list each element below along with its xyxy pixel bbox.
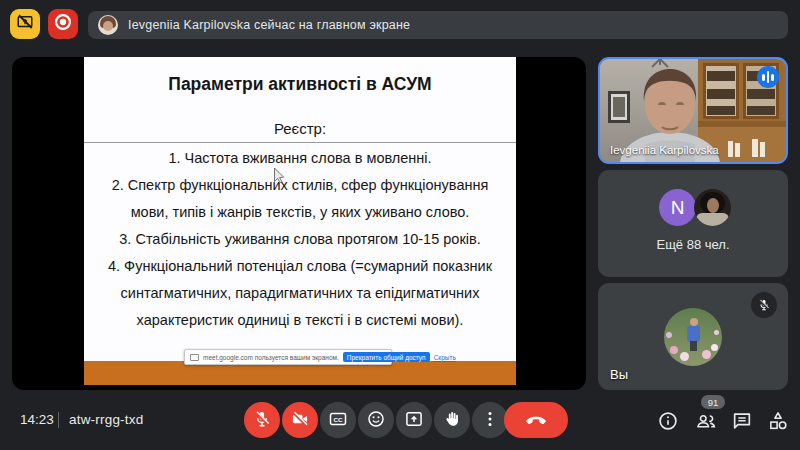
cursor-icon [273,167,286,188]
slide-list: 1. Частота вживання слова в мовленні. 2.… [105,145,495,334]
camera-off-icon [290,409,310,432]
presenter-avatar [98,15,118,35]
shared-screen-stage: Параметри активності в АСУМ Реєстр: 1. Ч… [12,57,586,390]
raise-hand-button[interactable] [434,402,470,438]
video-tile-presenter[interactable]: Ievgeniia Karpilovska [598,57,788,164]
hide-share-bar-link[interactable]: Скрыть [434,354,456,361]
recording-chip [48,9,78,39]
emoji-icon [366,409,386,432]
speaking-indicator-icon [757,66,779,88]
slide-list-item: 3. Стабільність уживання слова протягом … [105,226,495,253]
mic-toggle-button[interactable] [244,402,280,438]
video-tile-self[interactable]: Вы [598,283,788,390]
screen-share-icon [190,354,199,361]
activities-button[interactable] [766,410,790,434]
clock-time: 14:23 [20,412,54,427]
participant-photo-avatar [694,189,731,226]
participants-button[interactable] [694,410,718,434]
end-call-button[interactable] [504,402,568,438]
info-button[interactable] [656,410,680,434]
participant-initial-avatar: N [659,189,696,226]
slide-divider [84,142,516,143]
chrome-share-bar: meet.google.com пользуется вашим экраном… [184,349,392,365]
meet-window: Ievgeniia Karpilovska сейчас на главном … [0,0,800,450]
more-options-icon [480,409,500,432]
raise-hand-icon [442,409,462,432]
share-bar-message: meet.google.com пользуется вашим экраном… [203,354,339,361]
slide-list-item: 1. Частота вживання слова в мовленні. [105,145,495,172]
more-options-button[interactable] [472,402,508,438]
svg-text:CC: CC [333,415,343,422]
overflow-count-label: Ещё 88 чел. [598,237,788,252]
video-tile-overflow[interactable]: N Ещё 88 чел. [598,170,788,277]
bottom-bar-divider [58,412,59,428]
end-call-icon [524,407,548,434]
camera-toggle-button[interactable] [282,402,318,438]
slide-list-item: 4. Функціональний потенціал слова (=сума… [105,253,495,334]
info-icon [657,410,679,435]
presentation-off-chip [10,9,40,39]
reactions-button[interactable] [358,402,394,438]
participants-count-badge: 91 [701,395,725,409]
mic-off-icon [252,409,272,432]
stop-sharing-button[interactable]: Прекратить общий доступ [343,352,430,362]
slide-title: Параметри активності в АСУМ [84,74,516,95]
presentation-off-icon [16,13,34,35]
recording-icon [53,12,73,36]
participant-name: Вы [610,367,628,382]
presenting-banner: Ievgeniia Karpilovska сейчас на главном … [88,11,788,39]
self-photo-avatar [664,308,722,366]
activities-icon [767,410,789,435]
present-icon [404,409,424,432]
captions-icon: CC [328,409,348,432]
participant-name: Ievgeniia Karpilovska [610,144,719,156]
people-icon [695,410,717,435]
slide-list-item: 2. Спектр функціональних стилів, сфер фу… [105,172,495,226]
chat-button[interactable] [730,410,754,434]
chat-icon [731,410,753,435]
captions-button[interactable]: CC [320,402,356,438]
mic-off-icon [751,292,777,318]
meeting-code: atw-rrgg-txd [69,412,143,427]
presenting-banner-text: Ievgeniia Karpilovska сейчас на главном … [128,18,410,32]
present-button[interactable] [396,402,432,438]
slide-subtitle: Реєстр: [84,120,516,137]
presentation-slide: Параметри активності в АСУМ Реєстр: 1. Ч… [84,57,516,385]
